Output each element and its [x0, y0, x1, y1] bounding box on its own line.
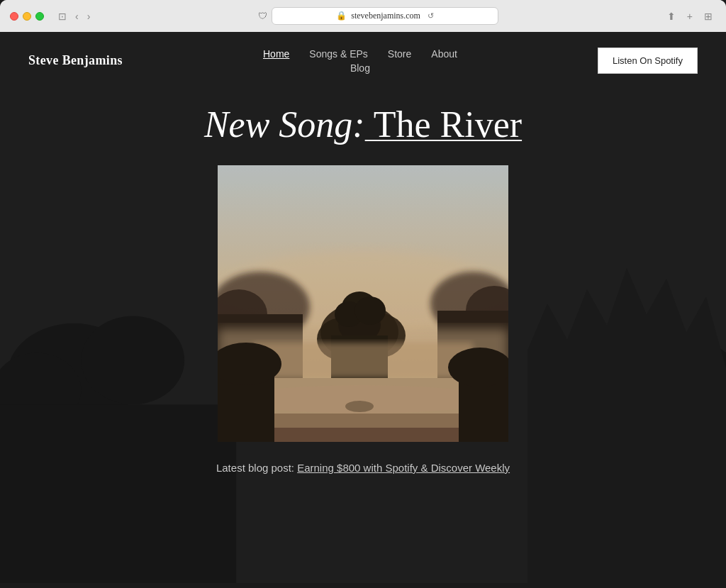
shield-icon: 🛡 — [258, 11, 267, 22]
nav-link-blog[interactable]: Blog — [350, 62, 370, 74]
nav-links-container: Home Songs & EPs Store About Blog — [263, 48, 457, 74]
nav-link-home[interactable]: Home — [263, 48, 289, 60]
nav-row-1: Home Songs & EPs Store About — [263, 48, 457, 60]
website-container: Steve Benjamins Home Songs & EPs Store A… — [0, 32, 726, 583]
nav-row-2: Blog — [350, 62, 370, 74]
svg-rect-37 — [218, 165, 508, 442]
forward-button[interactable]: › — [84, 9, 94, 23]
sidebar-toggle-button[interactable]: ⊡ — [55, 9, 69, 23]
nav-link-store[interactable]: Store — [388, 48, 411, 60]
hero-title-italic: New Song: — [204, 104, 365, 145]
nav-link-songs[interactable]: Songs & EPs — [309, 48, 368, 60]
tab-grid-button[interactable]: ⊞ — [700, 9, 716, 23]
blog-prefix: Latest blog post: — [216, 462, 294, 474]
address-bar-container: 🛡 🔒 stevebenjamins.com ↺ — [99, 7, 657, 25]
blog-post-link[interactable]: Earning $800 with Spotify & Discover Wee… — [297, 462, 510, 474]
river-scene-svg — [218, 165, 508, 442]
blog-post-section: Latest blog post: Earning $800 with Spot… — [216, 462, 510, 474]
spotify-cta-button[interactable]: Listen On Spotify — [598, 48, 698, 74]
hero-album-art[interactable] — [218, 165, 508, 442]
site-logo[interactable]: Steve Benjamins — [28, 53, 123, 68]
traffic-lights — [10, 12, 44, 21]
browser-nav-controls: ⊡ ‹ › — [55, 9, 93, 23]
browser-action-buttons: ⬆ + ⊞ — [664, 9, 716, 23]
back-button[interactable]: ‹ — [72, 9, 82, 23]
new-tab-button[interactable]: + — [683, 9, 696, 23]
hero-title: New Song: The River — [204, 104, 522, 145]
browser-titlebar: ⊡ ‹ › 🛡 🔒 stevebenjamins.com ↺ ⬆ + ⊞ — [0, 0, 726, 32]
share-button[interactable]: ⬆ — [664, 9, 679, 23]
nav-link-about[interactable]: About — [431, 48, 457, 60]
reload-icon[interactable]: ↺ — [428, 11, 434, 21]
close-button[interactable] — [10, 12, 18, 21]
browser-window: ⊡ ‹ › 🛡 🔒 stevebenjamins.com ↺ ⬆ + ⊞ — [0, 0, 726, 32]
hero-section: New Song: The River — [0, 89, 726, 474]
minimize-button[interactable] — [23, 12, 31, 21]
url-display: stevebenjamins.com — [351, 11, 420, 21]
maximize-button[interactable] — [35, 12, 44, 21]
lock-icon: 🔒 — [336, 11, 347, 21]
address-input[interactable]: 🔒 stevebenjamins.com ↺ — [272, 7, 498, 25]
hero-title-song: The River — [365, 104, 522, 145]
main-navigation: Steve Benjamins Home Songs & EPs Store A… — [0, 32, 726, 89]
